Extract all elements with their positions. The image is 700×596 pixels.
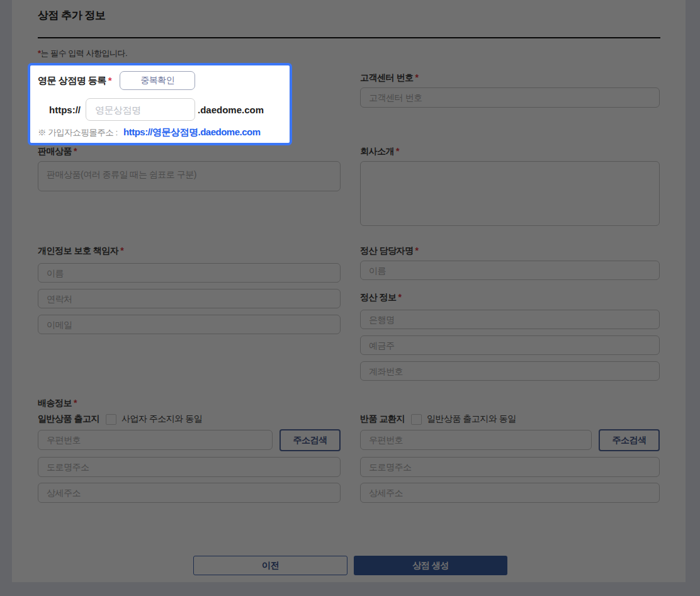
url-suffix: .daedome.com <box>198 104 264 115</box>
english-store-name-label: 영문 상점명 등록* <box>38 75 111 87</box>
shop-url-note-label: ※ 가입자쇼핑몰주소 : <box>38 128 118 137</box>
english-store-name-header: 영문 상점명 등록* 중복확인 <box>38 71 283 90</box>
shop-url-note: ※ 가입자쇼핑몰주소 : https://영문상점명.daedome.com <box>38 127 283 138</box>
duplicate-check-button[interactable]: 중복확인 <box>120 71 195 90</box>
store-extra-info-page: 상점 추가 정보 *는 필수 입력 사항입니다. 고객센터 번호* 판매상품* … <box>0 0 700 596</box>
english-store-name-input[interactable] <box>86 98 195 121</box>
required-asterisk: * <box>108 75 111 86</box>
shop-url-link[interactable]: https://영문상점명.daedome.com <box>123 127 261 137</box>
store-url-row: https:// .daedome.com <box>38 98 283 121</box>
english-store-name-spotlight: 영문 상점명 등록* 중복확인 https:// .daedome.com ※ … <box>28 63 292 145</box>
url-prefix: https:// <box>49 104 81 115</box>
